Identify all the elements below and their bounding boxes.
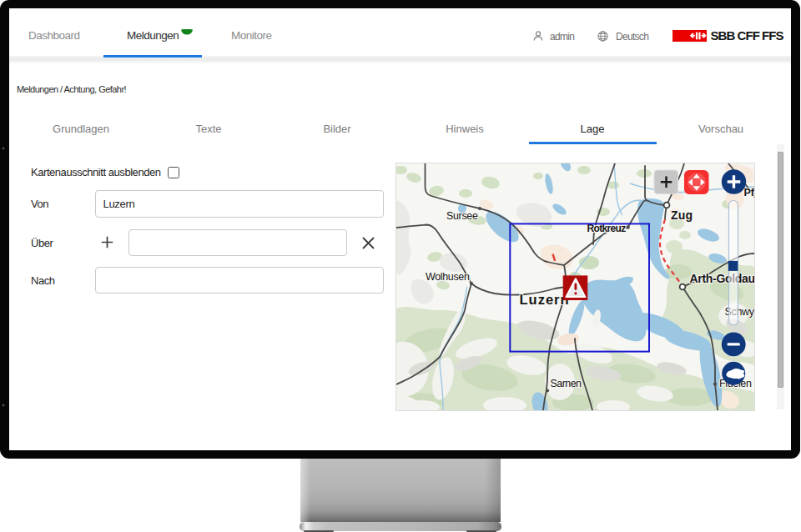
svg-text:Pf: Pf — [744, 187, 755, 198]
svg-text:Wolhusen: Wolhusen — [426, 271, 470, 283]
svg-text:Zug: Zug — [671, 208, 693, 222]
svg-text:Luzern: Luzern — [520, 292, 570, 307]
svg-text:Sarnen: Sarnen — [551, 378, 582, 389]
svg-text:Sursee: Sursee — [446, 210, 478, 222]
svg-text:Arth-Goldau: Arth-Goldau — [690, 272, 755, 285]
